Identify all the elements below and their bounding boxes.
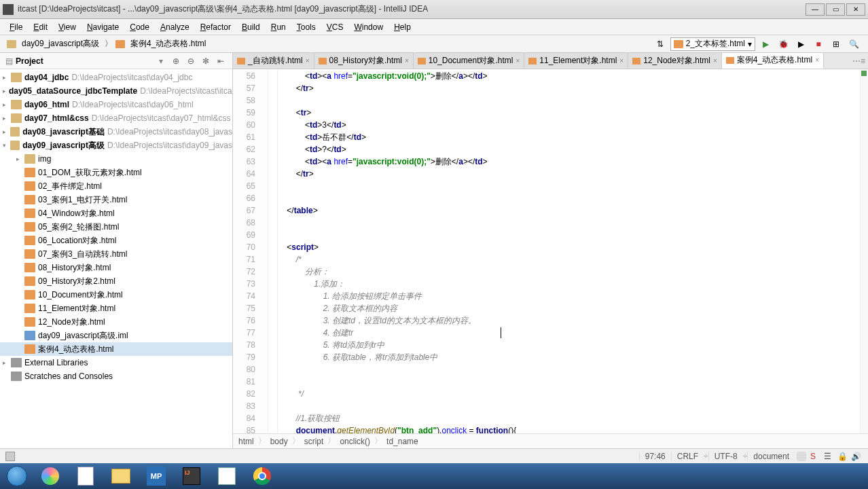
editor-tab[interactable]: 案例4_动态表格.html× [722, 53, 824, 69]
close-tab-icon[interactable]: × [516, 57, 520, 65]
tree-arrow-icon[interactable]: ▸ [3, 359, 11, 366]
tree-item[interactable]: 06_Location对象.html [0, 234, 232, 247]
menu-refactor[interactable]: Refactor [195, 21, 236, 33]
tree-arrow-icon[interactable]: ▸ [16, 156, 24, 162]
tree-item[interactable]: ▾day09_javascript高级D:\IdeaProjects\itcas… [0, 139, 232, 152]
settings-icon[interactable]: ✻ [200, 55, 212, 67]
breadcrumb-folder[interactable]: day09_javascript高级 [19, 37, 102, 51]
menu-view[interactable]: View [53, 21, 82, 33]
breadcrumb-item[interactable]: body [270, 437, 288, 446]
tree-item[interactable]: day09_javascript高级.iml [0, 329, 232, 342]
taskbar-intellij[interactable]: IJ [175, 465, 208, 488]
context-label[interactable]: document [747, 452, 795, 461]
menu-vcs[interactable]: VCS [321, 21, 349, 33]
editor-tab[interactable]: 12_Node对象.html× [628, 53, 722, 69]
hide-panel-icon[interactable]: ⇤ [215, 55, 227, 67]
menu-build[interactable]: Build [236, 21, 266, 33]
taskbar-app-1[interactable] [34, 465, 67, 488]
tree-item[interactable]: ▸day05_dataSource_jdbcTemplateD:\IdeaPro… [0, 84, 232, 98]
collapse-all-icon[interactable]: ⊕ [170, 55, 182, 67]
taskbar-explorer[interactable] [105, 465, 137, 488]
line-separator[interactable]: CRLF [671, 452, 704, 461]
menu-code[interactable]: Code [124, 21, 155, 33]
tree-arrow-icon[interactable]: ▸ [3, 128, 10, 135]
project-tree[interactable]: ▸day04_jdbcD:\IdeaProjects\itcast\day04_… [0, 69, 232, 448]
taskbar-mp[interactable]: MP [140, 465, 173, 488]
tree-item[interactable]: 11_Element对象.html [0, 302, 232, 315]
menu-navigate[interactable]: Navigate [82, 21, 124, 33]
status-icon[interactable] [5, 452, 15, 461]
tree-item[interactable]: ▸External Libraries [0, 356, 232, 369]
layout-button[interactable]: ⊞ [830, 38, 842, 50]
breadcrumb-item[interactable]: script [304, 437, 324, 446]
menu-help[interactable]: Help [388, 21, 416, 33]
inspection-icon[interactable] [797, 452, 806, 461]
error-stripe[interactable] [860, 69, 868, 433]
sound-icon[interactable]: 🔊 [851, 452, 861, 461]
tree-item[interactable]: 03_案例1_电灯开关.html [0, 193, 232, 206]
tree-item[interactable]: 05_案例2_轮播图.html [0, 220, 232, 234]
menu-run[interactable]: Run [266, 21, 291, 33]
stop-button[interactable]: ■ [812, 38, 825, 50]
taskbar-app-6[interactable] [211, 465, 243, 488]
minimize-button[interactable]: — [806, 3, 825, 16]
tree-arrow-icon[interactable]: ▾ [3, 142, 10, 149]
editor-tab[interactable]: 11_Element对象.html× [524, 53, 628, 69]
editor-tab[interactable]: _自动跳转.html× [233, 53, 314, 69]
tree-arrow-icon[interactable]: ▸ [3, 74, 11, 81]
menu-file[interactable]: File [4, 21, 28, 33]
tree-item[interactable]: ▸day07_html&cssD:\IdeaProjects\itcast\da… [0, 111, 232, 125]
more-tabs-icon[interactable]: ⋯≡ [852, 56, 865, 66]
tree-item[interactable]: ▸day04_jdbcD:\IdeaProjects\itcast\day04_… [0, 71, 232, 84]
breadcrumb-item[interactable]: td_name [386, 437, 418, 446]
editor-tab[interactable]: 10_Document对象.html× [414, 53, 525, 69]
caret-position[interactable]: 97:46 [639, 452, 671, 461]
fold-column[interactable] [268, 69, 278, 433]
taskbar-chrome[interactable] [246, 465, 278, 488]
project-panel-title[interactable]: Project [16, 56, 159, 66]
menu-analyze[interactable]: Analyze [155, 21, 195, 33]
taskbar-notepad[interactable] [69, 465, 102, 488]
notifications-icon[interactable]: ☰ [824, 452, 833, 461]
sync-icon[interactable]: ⇅ [654, 38, 666, 50]
tree-item[interactable]: 02_事件绑定.html [0, 179, 232, 193]
tree-arrow-icon[interactable]: ▸ [3, 101, 11, 108]
menu-edit[interactable]: Edit [28, 21, 53, 33]
expand-all-icon[interactable]: ⊖ [185, 55, 197, 67]
menu-window[interactable]: Window [348, 21, 388, 33]
file-encoding[interactable]: UTF-8 [708, 452, 743, 461]
tree-item[interactable]: ▸day08_javascript基础D:\IdeaProjects\itcas… [0, 125, 232, 139]
tree-item[interactable]: 07_案例3_自动跳转.html [0, 247, 232, 261]
close-button[interactable]: ✕ [846, 3, 865, 16]
editor-tab[interactable]: 08_History对象.html× [314, 53, 414, 69]
run-button[interactable]: ▶ [759, 38, 772, 50]
debug-button[interactable]: 🐞 [777, 38, 789, 50]
tree-item[interactable]: 01_DOM_获取元素对象.html [0, 166, 232, 179]
run-config-dropdown[interactable]: 2_文本标签.html ▾ [670, 37, 755, 51]
breadcrumb-item[interactable]: html [238, 437, 254, 446]
start-button[interactable] [3, 465, 31, 488]
close-tab-icon[interactable]: × [815, 56, 819, 64]
tree-item[interactable]: 10_Document对象.html [0, 288, 232, 302]
close-tab-icon[interactable]: × [619, 57, 623, 65]
menu-tools[interactable]: Tools [291, 21, 321, 33]
tree-item[interactable]: 04_Window对象.html [0, 206, 232, 220]
tree-item[interactable]: 08_History对象.html [0, 261, 232, 274]
code-editor[interactable]: <td><a href="javascript:void(0);">删除</a>… [278, 69, 860, 433]
memory-icon[interactable]: S [810, 452, 820, 461]
maximize-button[interactable]: ▭ [826, 3, 845, 16]
close-tab-icon[interactable]: × [405, 57, 409, 65]
close-tab-icon[interactable]: × [713, 57, 717, 65]
tree-item[interactable]: 12_Node对象.html [0, 315, 232, 329]
tree-item[interactable]: ▸img [0, 152, 232, 166]
tree-item[interactable]: ▸day06_htmlD:\IdeaProjects\itcast\day06_… [0, 98, 232, 111]
breadcrumb-item[interactable]: onclick() [340, 437, 370, 446]
chevron-down-icon[interactable]: ▾ [159, 56, 163, 66]
coverage-button[interactable]: ▶ [795, 38, 807, 50]
tree-arrow-icon[interactable]: ▸ [3, 115, 11, 122]
tree-arrow-icon[interactable]: ▸ [3, 88, 6, 94]
lock-icon[interactable]: 🔒 [837, 452, 847, 461]
close-tab-icon[interactable]: × [306, 57, 310, 65]
tree-item[interactable]: 案例4_动态表格.html [0, 342, 232, 356]
tree-item[interactable]: 09_History对象2.html [0, 274, 232, 288]
